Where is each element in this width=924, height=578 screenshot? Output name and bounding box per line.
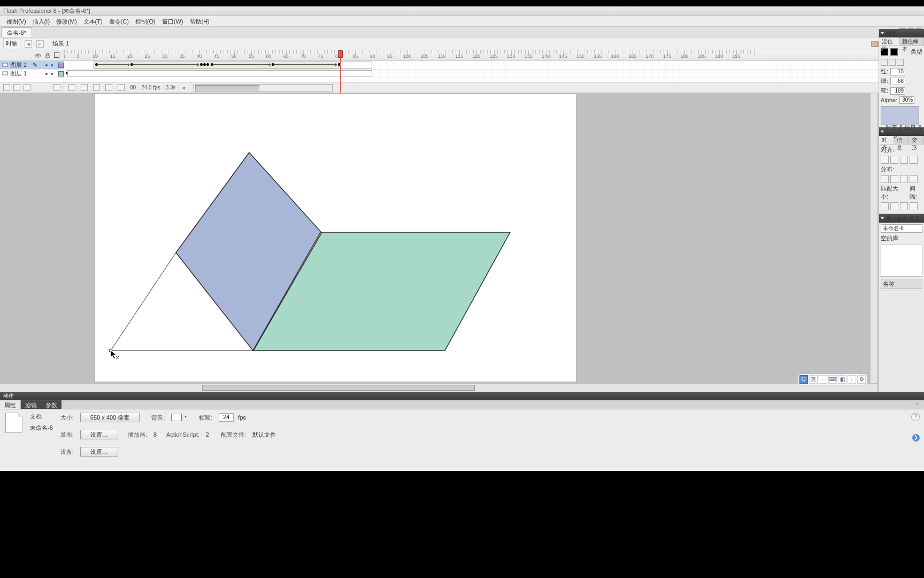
space-label: 间隔: bbox=[910, 185, 922, 201]
delete-layer-icon[interactable] bbox=[53, 84, 60, 91]
layer-color-swatch[interactable] bbox=[58, 63, 64, 68]
as-value: 2 bbox=[206, 431, 209, 438]
menu-insert[interactable]: 插入(I) bbox=[29, 16, 53, 26]
menu-bar: 视图(V) 插入(I) 修改(M) 文本(T) 命令(C) 控制(O) 窗口(W… bbox=[0, 16, 924, 27]
color-panel-header[interactable]: 颜色 bbox=[879, 29, 924, 37]
layer-row[interactable]: 图层 1 bbox=[0, 70, 64, 78]
track-layer-1[interactable] bbox=[64, 70, 924, 78]
ime-down-icon[interactable]: ↓ bbox=[848, 375, 856, 384]
add-guide-icon[interactable] bbox=[13, 84, 20, 91]
tab-align[interactable]: 对齐 bbox=[879, 136, 894, 144]
doc-tab[interactable]: 命名-6* bbox=[1, 27, 32, 37]
dist-vcenter-icon[interactable] bbox=[890, 175, 898, 183]
info-icon[interactable]: ❯ bbox=[912, 434, 920, 442]
ime-settings-icon[interactable]: ⚙ bbox=[857, 375, 866, 384]
layer-color-swatch[interactable] bbox=[58, 71, 64, 77]
space-h-icon[interactable] bbox=[910, 202, 918, 210]
align-hcenter-icon[interactable] bbox=[890, 156, 898, 164]
timeline: 图层 2 ✎ 图层 1 1510152025303540455055606570… bbox=[0, 50, 924, 93]
no-color-icon[interactable] bbox=[889, 59, 896, 66]
dist-bottom-icon[interactable] bbox=[900, 175, 908, 183]
device-settings-button[interactable]: 设置… bbox=[80, 447, 118, 457]
align-panel-header[interactable]: 对齐 & 信息 & 变形 bbox=[879, 127, 924, 136]
ime-lang[interactable]: 英 bbox=[809, 375, 818, 384]
tab-info[interactable]: 信息 bbox=[894, 136, 909, 144]
publish-settings-button[interactable]: 设置… bbox=[80, 430, 118, 439]
track-layer-2[interactable] bbox=[64, 61, 924, 70]
ime-keyboard-icon[interactable]: ⌨ bbox=[828, 375, 837, 384]
align-left-icon[interactable] bbox=[881, 156, 889, 164]
layer-row[interactable]: 图层 2 ✎ bbox=[0, 61, 64, 70]
stage[interactable] bbox=[0, 93, 923, 392]
timeline-toggle[interactable]: 时轴 bbox=[3, 38, 20, 49]
tab-mixer[interactable]: 混色器 bbox=[879, 37, 899, 45]
red-input[interactable]: 15 bbox=[890, 68, 905, 75]
ime-width-icon[interactable]: ◧ bbox=[838, 375, 846, 384]
svg-point-5 bbox=[37, 55, 39, 56]
match-wh-icon[interactable] bbox=[900, 202, 908, 210]
stage-hscroll[interactable] bbox=[0, 384, 877, 392]
edit-scene-icon[interactable] bbox=[871, 40, 879, 48]
library-preview bbox=[881, 245, 922, 277]
lock-column-icon[interactable] bbox=[44, 52, 51, 59]
green-input[interactable]: 68 bbox=[890, 78, 905, 85]
nav-back-icon[interactable]: ◄ bbox=[25, 40, 32, 48]
blue-input[interactable]: 189 bbox=[890, 87, 905, 95]
library-panel-header[interactable]: 库 - 未命名-6 bbox=[879, 214, 924, 223]
align-right-icon[interactable] bbox=[900, 156, 908, 164]
align-top-icon[interactable] bbox=[910, 156, 918, 164]
match-h-icon[interactable] bbox=[890, 202, 898, 210]
menu-text[interactable]: 文本(T) bbox=[80, 16, 106, 26]
dist-top-icon[interactable] bbox=[881, 175, 889, 183]
menu-help[interactable]: 帮助(H) bbox=[187, 16, 213, 26]
stroke-color-icon[interactable] bbox=[881, 48, 888, 56]
alpha-input[interactable]: 30% bbox=[899, 96, 914, 104]
fps-input[interactable]: 24 bbox=[219, 413, 234, 422]
tab-properties[interactable]: 属性 bbox=[0, 400, 21, 409]
swap-colors-icon[interactable] bbox=[881, 59, 888, 66]
fill-color-icon[interactable] bbox=[890, 48, 898, 56]
outline-column-icon[interactable] bbox=[54, 52, 60, 59]
nav-fwd-icon[interactable]: ► bbox=[36, 40, 44, 48]
ime-toolbar[interactable]: Q 英 · ⌨ ◧ ↓ ⚙ bbox=[798, 374, 867, 385]
timeline-scrollbar[interactable] bbox=[194, 84, 333, 92]
help-icon[interactable]: ? bbox=[911, 413, 920, 421]
frame-ruler[interactable]: 1510152025303540455055606570758085909510… bbox=[64, 50, 924, 61]
add-layer-icon[interactable] bbox=[3, 84, 10, 91]
type-label: 类型 bbox=[911, 48, 922, 56]
default-colors-icon[interactable] bbox=[897, 59, 904, 66]
dist-left-icon[interactable] bbox=[910, 175, 918, 183]
add-folder-icon[interactable] bbox=[24, 84, 30, 91]
menu-modify[interactable]: 修改(M) bbox=[53, 16, 80, 26]
center-frame-icon[interactable] bbox=[68, 84, 75, 91]
menu-view[interactable]: 视图(V) bbox=[3, 16, 29, 26]
size-button[interactable]: 550 x 400 像素 bbox=[80, 413, 140, 422]
menu-command[interactable]: 命令(C) bbox=[106, 16, 132, 26]
match-w-icon[interactable] bbox=[881, 202, 889, 210]
library-name-header[interactable]: 名称 bbox=[881, 279, 922, 289]
tab-swatches[interactable]: 颜色样本 bbox=[899, 37, 924, 45]
menu-control[interactable]: 控制(O) bbox=[132, 16, 159, 26]
tab-transform[interactable]: 变形 bbox=[909, 136, 924, 144]
bg-color-swatch[interactable] bbox=[171, 414, 182, 421]
stage-vscroll[interactable] bbox=[870, 93, 877, 383]
bg-label: 背景: bbox=[151, 414, 165, 422]
visibility-column-icon[interactable] bbox=[35, 52, 41, 59]
edit-multi-icon[interactable] bbox=[105, 84, 112, 91]
library-doc-select[interactable] bbox=[881, 224, 922, 233]
ime-mode-icon[interactable]: Q bbox=[799, 375, 808, 384]
fps-unit: fps bbox=[238, 414, 246, 421]
menu-window[interactable]: 窗口(W) bbox=[159, 16, 187, 26]
tab-parameters[interactable]: 参数 bbox=[41, 400, 61, 409]
onion-skin-icon[interactable] bbox=[81, 84, 88, 91]
onion-outline-icon[interactable] bbox=[93, 84, 100, 91]
modify-markers-icon[interactable] bbox=[118, 84, 125, 91]
publish-label: 发布: bbox=[60, 431, 74, 439]
ime-punct-icon[interactable]: · bbox=[819, 375, 827, 384]
property-tabs: 属性 滤镜 参数 ≡ bbox=[0, 400, 924, 409]
tab-filters[interactable]: 滤镜 bbox=[21, 400, 41, 409]
actions-panel-header[interactable]: 动作 bbox=[0, 392, 924, 400]
layer-icon bbox=[2, 62, 8, 69]
library-empty: 空的库 bbox=[881, 234, 922, 242]
panel-menu-icon[interactable]: ≡ bbox=[914, 400, 921, 409]
